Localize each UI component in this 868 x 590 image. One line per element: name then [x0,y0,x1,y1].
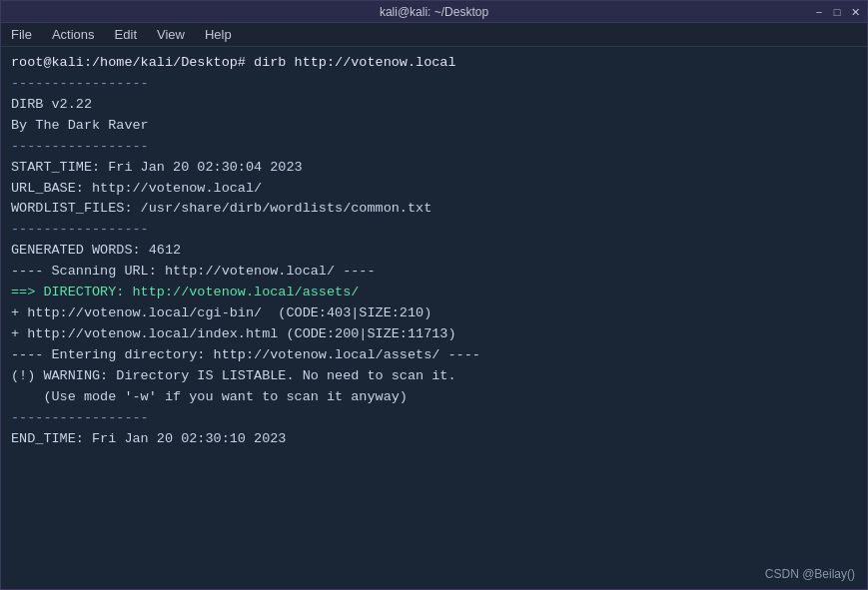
menubar: FileActionsEditViewHelp [1,23,867,47]
close-button[interactable]: ✕ [847,4,863,20]
terminal-line: ==> DIRECTORY: http://votenow.local/asse… [11,283,857,303]
terminal-line: ----------------- [11,137,857,158]
titlebar: kali@kali: ~/Desktop − □ ✕ [1,1,867,23]
terminal-line: ----------------- [11,408,857,429]
terminal-line: END_TIME: Fri Jan 20 02:30:10 2023 [11,429,857,450]
terminal-line: WORDLIST_FILES: /usr/share/dirb/wordlist… [11,199,857,220]
terminal-line: ---- Entering directory: http://votenow.… [11,345,857,366]
menu-item-actions[interactable]: Actions [48,25,99,44]
terminal-line: ---- Scanning URL: http://votenow.local/… [11,262,857,283]
terminal-line: + http://votenow.local/index.html (CODE:… [11,324,857,345]
terminal-line: GENERATED WORDS: 4612 [11,241,857,262]
terminal-line: (!) WARNING: Directory IS LISTABLE. No n… [11,366,857,387]
menu-item-file[interactable]: File [7,25,36,44]
terminal-line: (Use mode '-w' if you want to scan it an… [11,387,857,408]
terminal-body[interactable]: root@kali:/home/kali/Desktop# dirb http:… [1,47,867,589]
menu-item-help[interactable]: Help [201,25,236,44]
maximize-button[interactable]: □ [829,4,845,20]
window-controls: − □ ✕ [811,1,863,23]
terminal-line: DIRB v2.22 [11,95,857,116]
terminal-line: By The Dark Raver [11,116,857,137]
terminal-window: kali@kali: ~/Desktop − □ ✕ FileActionsEd… [0,0,868,590]
terminal-line: ----------------- [11,74,857,95]
menu-item-view[interactable]: View [153,25,189,44]
watermark: CSDN @Beilay() [765,567,855,581]
terminal-line: + http://votenow.local/cgi-bin/ (CODE:40… [11,303,857,324]
terminal-line: URL_BASE: http://votenow.local/ [11,179,857,200]
window-title: kali@kali: ~/Desktop [380,5,488,19]
terminal-line: START_TIME: Fri Jan 20 02:30:04 2023 [11,158,857,179]
terminal-line: ----------------- [11,220,857,241]
menu-item-edit[interactable]: Edit [111,25,141,44]
minimize-button[interactable]: − [811,4,827,20]
terminal-line: root@kali:/home/kali/Desktop# dirb http:… [11,53,857,74]
